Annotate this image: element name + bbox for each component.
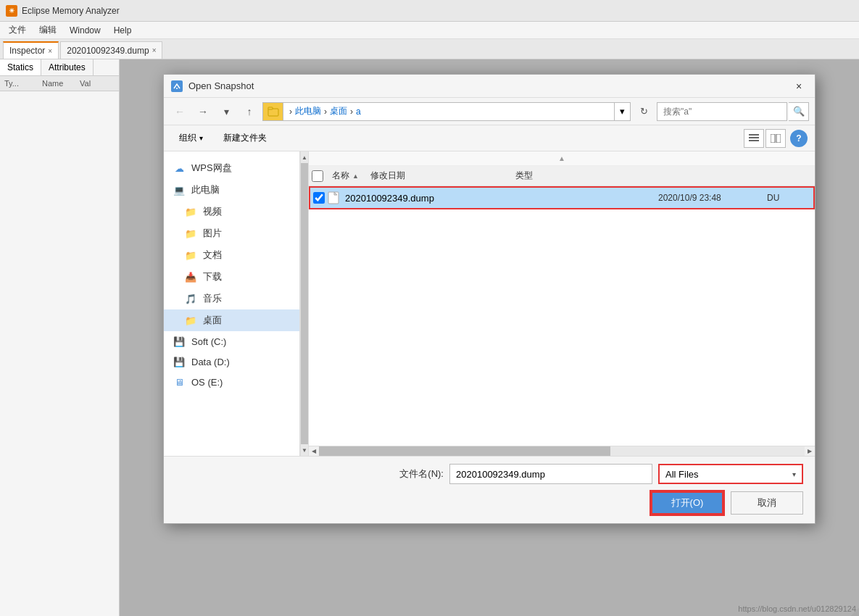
sidebar-item-video[interactable]: 📁 视频: [164, 201, 299, 222]
dialog-body: ☁ WPS网盘 💻 此电脑 📁 视频: [164, 151, 815, 456]
sidebar-item-desktop[interactable]: 📁 桌面: [164, 309, 299, 331]
filename-input[interactable]: [449, 464, 652, 484]
app-icon: ☀: [6, 5, 17, 17]
sidebar-label-computer: 此电脑: [191, 183, 220, 196]
sidebar-item-computer[interactable]: 💻 此电脑: [164, 179, 299, 201]
scroll-down-button[interactable]: ▼: [301, 444, 308, 456]
sidebar-scrollbar[interactable]: ▲ ▼: [300, 151, 308, 456]
file-name: 202010092349.dump: [342, 193, 658, 204]
svg-rect-3: [268, 107, 273, 109]
breadcrumb-computer[interactable]: 此电脑: [295, 105, 321, 117]
pictures-folder-icon: 📁: [184, 228, 197, 239]
organize-button[interactable]: 组织 ▾: [171, 128, 211, 148]
computer-icon: 💻: [173, 184, 186, 196]
search-input[interactable]: [657, 102, 787, 121]
nav-forward-button[interactable]: →: [193, 101, 213, 122]
menu-bar: 文件 编辑 Window Help: [0, 22, 859, 39]
select-all-checkbox[interactable]: [312, 170, 323, 182]
os-drive-icon: 🖥: [173, 376, 186, 388]
new-folder-button[interactable]: 新建文件夹: [215, 128, 275, 148]
buttons-row: 打开(O) 取消: [175, 490, 803, 516]
nav-dropdown-button[interactable]: ▾: [216, 101, 236, 122]
search-button[interactable]: 🔍: [789, 102, 809, 121]
sidebar-label-desktop: 桌面: [203, 314, 222, 327]
breadcrumb-part-0: ›: [289, 107, 292, 117]
inspector-panel: Statics Attributes Ty... Name Val: [0, 59, 120, 616]
sidebar-item-soft-c[interactable]: 💾 Soft (C:): [164, 331, 299, 351]
breadcrumb-dropdown[interactable]: ▾: [615, 102, 631, 121]
scroll-thumb[interactable]: [301, 163, 308, 444]
cancel-button[interactable]: 取消: [731, 491, 803, 515]
menu-window[interactable]: Window: [64, 24, 107, 37]
h-scroll-track: [319, 446, 805, 456]
sidebar-label-data: Data (D:): [191, 357, 230, 367]
breadcrumb-sep-1: ›: [324, 107, 327, 117]
nav-back-button[interactable]: ←: [170, 101, 190, 122]
search-bar: 🔍: [657, 102, 809, 121]
sidebar-item-wps[interactable]: ☁ WPS网盘: [164, 157, 299, 179]
panel-header: Ty... Name Val: [0, 76, 119, 91]
dialog-footer: 文件名(N): All Files ▾ 打开(O): [164, 456, 815, 523]
sidebar-label-video: 视频: [203, 205, 222, 218]
main-content: Statics Attributes Ty... Name Val: [0, 59, 859, 616]
scroll-up-button[interactable]: ▲: [301, 151, 308, 163]
col-name: Name: [41, 78, 78, 89]
dialog-close-button[interactable]: ×: [790, 78, 808, 95]
organize-label: 组织: [179, 132, 196, 144]
sidebar-label-wps: WPS网盘: [191, 162, 232, 175]
sidebar-label-downloads: 下载: [203, 270, 222, 283]
view-pane-button[interactable]: [765, 129, 786, 148]
dialog-title-bar: Open Snapshot ×: [164, 75, 815, 98]
file-checkbox[interactable]: [313, 192, 325, 204]
sidebar-item-downloads[interactable]: 📥 下载: [164, 266, 299, 288]
sidebar-item-pictures[interactable]: 📁 图片: [164, 222, 299, 244]
breadcrumb-desktop[interactable]: 桌面: [330, 105, 347, 117]
tab-inspector[interactable]: Inspector ×: [3, 41, 59, 59]
col-sort-icon: ▲: [352, 172, 359, 180]
dialog-title-text: Open Snapshot: [188, 80, 254, 91]
video-folder-icon: 📁: [184, 206, 197, 217]
col-header-type[interactable]: 类型: [510, 166, 568, 186]
app-title: Eclipse Memory Analyzer: [22, 6, 120, 16]
wps-cloud-icon: ☁: [173, 162, 186, 174]
h-scroll-thumb[interactable]: [319, 446, 610, 456]
file-date: 2020/10/9 23:48: [658, 193, 767, 203]
nav-refresh-button[interactable]: ↻: [634, 101, 654, 122]
tab-dump-close[interactable]: ×: [152, 46, 157, 54]
svg-rect-8: [776, 134, 781, 143]
sidebar-label-soft: Soft (C:): [191, 336, 226, 347]
open-button[interactable]: 打开(O): [651, 491, 723, 515]
view-details-button[interactable]: [744, 129, 764, 148]
breadcrumb-folder[interactable]: a: [356, 107, 361, 117]
help-icon: ?: [796, 133, 801, 143]
sidebar-item-documents[interactable]: 📁 文档: [164, 244, 299, 266]
dialog-icon: [171, 80, 183, 92]
view-buttons: [744, 129, 786, 148]
col-header-date[interactable]: 修改日期: [365, 166, 510, 186]
file-list-area: ▲ 名称 ▲ 修改日期: [309, 151, 815, 456]
sidebar-item-music[interactable]: 🎵 音乐: [164, 288, 299, 309]
dialog-resize-handle[interactable]: [849, 606, 859, 616]
svg-rect-6: [749, 140, 759, 141]
menu-file[interactable]: 文件: [3, 22, 32, 38]
menu-help[interactable]: Help: [108, 24, 138, 37]
svg-rect-7: [771, 134, 775, 143]
h-scroll-left-button[interactable]: ◀: [309, 446, 319, 457]
help-button[interactable]: ?: [790, 130, 808, 147]
filename-label: 文件名(N):: [399, 467, 444, 480]
horizontal-scrollbar: ◀ ▶: [309, 446, 815, 456]
h-scroll-right-button[interactable]: ▶: [805, 446, 815, 457]
col-header-name[interactable]: 名称 ▲: [326, 166, 365, 186]
nav-up-button[interactable]: ↑: [239, 101, 260, 122]
sidebar-item-data-d[interactable]: 💾 Data (D:): [164, 351, 299, 372]
tab-statics[interactable]: Statics: [0, 59, 41, 75]
file-row[interactable]: 202010092349.dump 2020/10/9 23:48 DU: [309, 186, 815, 209]
filetype-dropdown-icon: ▾: [792, 470, 796, 478]
tab-inspector-close[interactable]: ×: [48, 47, 52, 55]
dialog-title-content: Open Snapshot: [171, 80, 254, 92]
sidebar-item-os-e[interactable]: 🖥 OS (E:): [164, 372, 299, 392]
tab-dump[interactable]: 202010092349.dump ×: [60, 41, 162, 59]
menu-edit[interactable]: 编辑: [33, 22, 62, 38]
tab-attributes[interactable]: Attributes: [41, 59, 94, 75]
filetype-select[interactable]: All Files ▾: [658, 464, 803, 484]
